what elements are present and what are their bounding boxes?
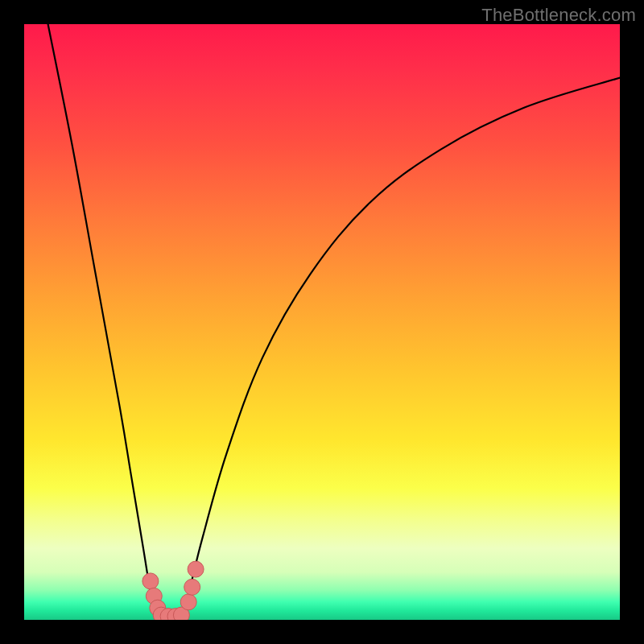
trough-marker <box>184 579 200 595</box>
curve-group <box>48 24 620 620</box>
trough-marker <box>188 561 204 577</box>
trough-marker <box>142 573 159 589</box>
plot-area <box>24 24 620 620</box>
trough-marker-group <box>142 561 204 620</box>
bottleneck-curve-path <box>48 24 620 620</box>
chart-frame: TheBottleneck.com <box>0 0 644 644</box>
trough-marker <box>180 594 196 610</box>
watermark-text: TheBottleneck.com <box>481 5 636 26</box>
bottleneck-curve-svg <box>24 24 620 620</box>
